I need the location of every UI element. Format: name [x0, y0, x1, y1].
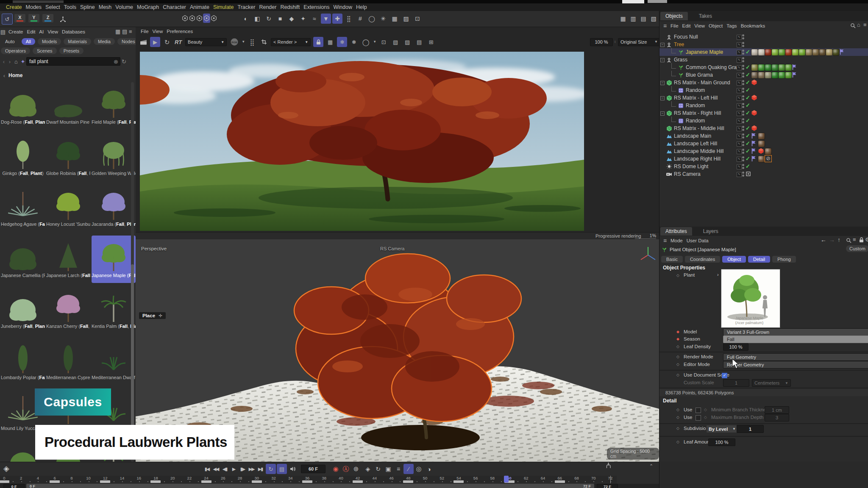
asset-dog-rose-fall-plant[interactable]: Dog-Rose (Fall, Plant): [1, 82, 45, 130]
menu-character[interactable]: Character: [163, 4, 186, 10]
attr-tab-phong[interactable]: Phong: [772, 256, 796, 263]
material-swatch[interactable]: [778, 64, 785, 71]
attr-tab-coordinates[interactable]: Coordinates: [685, 256, 720, 263]
loop-playback-toggle[interactable]: ↻: [266, 464, 276, 474]
stop-tag-icon[interactable]: ⊘: [765, 155, 772, 162]
leaf-amount-field[interactable]: 100 %: [708, 438, 735, 446]
rv-menu-file[interactable]: File: [141, 29, 149, 34]
material-swatch[interactable]: [792, 49, 799, 56]
tree-row-tree[interactable]: −Tree✎: [659, 41, 868, 48]
visibility-toggle[interactable]: ✎: [737, 35, 742, 40]
enabled-check-icon[interactable]: ✓: [746, 155, 750, 162]
keying-settings-button[interactable]: ⊛: [351, 464, 361, 474]
next-key-button[interactable]: ▶▶: [247, 464, 256, 474]
material-swatch[interactable]: [758, 155, 765, 163]
menu-select[interactable]: Select: [45, 4, 60, 10]
asset-honey-locust-sunbur[interactable]: Honey Locust 'Sunbur...: [46, 184, 90, 232]
key-position-toggle[interactable]: ◈: [363, 464, 373, 474]
om-menu-object[interactable]: Object: [709, 23, 723, 28]
tree-row-landscape-main[interactable]: Landscape Main✎✓: [659, 132, 868, 140]
visibility-toggle[interactable]: ✎: [737, 111, 742, 116]
key-pla-toggle[interactable]: ∕: [403, 464, 414, 474]
enabled-check-icon[interactable]: ✓: [746, 110, 750, 116]
material-swatch[interactable]: [812, 49, 819, 56]
attr-back-icon[interactable]: ←: [821, 237, 826, 243]
tree-row-random[interactable]: Random✎✓: [659, 102, 868, 109]
material-icon[interactable]: ◆: [287, 14, 297, 24]
undo-icon[interactable]: ↺: [2, 14, 13, 25]
asset-hedgehog-agave-fall[interactable]: Hedgehog Agave (Fall...: [1, 184, 45, 232]
asset-mediterranean-dwarf[interactable]: Mediterranean Dwarf ...: [92, 338, 136, 385]
use-document-scale-checkbox[interactable]: ✓: [722, 373, 727, 378]
magic-icon[interactable]: ✦: [298, 14, 308, 24]
asset-golden-weeping-willo[interactable]: Golden Weeping Willo...: [92, 133, 136, 181]
menu-spline[interactable]: Spline: [80, 4, 95, 10]
menu-volume[interactable]: Volume: [115, 4, 133, 10]
material-swatch[interactable]: [819, 49, 826, 56]
enabled-check-icon[interactable]: ✓: [746, 79, 750, 86]
editor-render-dots[interactable]: [742, 111, 744, 116]
rgb-channel-icon[interactable]: RGB: [229, 37, 239, 47]
material-swatch[interactable]: [805, 49, 812, 56]
material-swatch[interactable]: [832, 49, 840, 56]
sound-toggle[interactable]: [288, 464, 298, 474]
asset-dwarf-mountain-pine[interactable]: Dwarf Mountain Pine (...: [46, 82, 90, 130]
ruler-keyframe-marker[interactable]: [252, 480, 262, 483]
annotation-tag-icon[interactable]: [751, 155, 756, 163]
editor-render-dots[interactable]: [742, 156, 744, 162]
season-dropdown[interactable]: Fall: [723, 336, 868, 343]
material-swatch[interactable]: [798, 49, 806, 56]
play-button[interactable]: ▶: [229, 464, 238, 474]
editor-render-dots[interactable]: [742, 50, 744, 55]
rv-menu-view[interactable]: View: [153, 29, 163, 34]
material-swatch[interactable]: [771, 49, 779, 56]
attr-search-icon[interactable]: [846, 238, 851, 243]
play-render-icon[interactable]: ▶: [150, 37, 160, 47]
previous-key-button[interactable]: ◀◀: [211, 464, 220, 474]
editor-render-dots[interactable]: [742, 65, 744, 71]
expand-toggle-icon[interactable]: −: [660, 96, 665, 100]
menu-redshift[interactable]: Redshift: [280, 4, 300, 10]
editor-render-dots[interactable]: [742, 172, 744, 177]
history-image-icon[interactable]: ▤: [414, 37, 424, 47]
tree-row-random[interactable]: Random✎✓: [659, 86, 868, 94]
editor-render-dots[interactable]: [742, 42, 744, 48]
enabled-check-icon[interactable]: ✓: [746, 94, 750, 101]
asset-kentia-palm-fall-plant[interactable]: Kentia Palm (Fall, Plant): [92, 286, 136, 334]
model-dropdown[interactable]: Variant 3 Full-Grown: [723, 328, 868, 336]
content-browser-icon[interactable]: ▧: [648, 14, 659, 24]
enabled-check-icon[interactable]: ✓: [746, 125, 750, 131]
region-crop-icon[interactable]: [259, 37, 269, 47]
focus-object-icon[interactable]: ⊡: [378, 37, 389, 47]
asset-lombardy-poplar-fall[interactable]: Lombardy Poplar (Fall...: [1, 338, 45, 385]
om-menu-tags[interactable]: Tags: [726, 23, 737, 28]
tree-row-random[interactable]: Random✎✓: [659, 117, 868, 125]
array-icon[interactable]: ▦: [389, 14, 400, 24]
visibility-toggle[interactable]: ✎: [737, 58, 742, 63]
attr-burger-icon[interactable]: ≡: [661, 238, 669, 244]
axis-y-button[interactable]: Y: [28, 14, 39, 22]
timeline-ruler[interactable]: 0246810121416182022242628303234363840424…: [0, 476, 617, 483]
key-scale-toggle[interactable]: ▣: [383, 464, 393, 474]
timeline-minimize-icon[interactable]: ⌃: [649, 464, 653, 469]
material-swatch[interactable]: [771, 72, 779, 79]
asset-japanese-larch-fall-pl[interactable]: Japanese Larch (Fall, Pl...: [46, 236, 90, 283]
attr-tab-detail[interactable]: Detail: [748, 256, 770, 263]
enabled-check-icon[interactable]: ✓: [746, 64, 750, 70]
render-view-icon[interactable]: ◧: [252, 14, 262, 24]
redshift-material-icon[interactable]: [751, 94, 757, 102]
lock-icon[interactable]: [313, 37, 323, 47]
visibility-toggle[interactable]: ✎: [737, 141, 742, 147]
attr-gear-icon[interactable]: ⚙: [865, 237, 868, 242]
rt-label[interactable]: RT: [175, 39, 182, 45]
visibility-toggle[interactable]: ✎: [737, 164, 742, 169]
menu-window[interactable]: Window: [333, 4, 352, 10]
attr-menu-userdata[interactable]: User Data: [687, 238, 709, 243]
capsule-pin-icon[interactable]: [189, 14, 196, 23]
visibility-toggle[interactable]: ✎: [737, 126, 742, 131]
material-swatch[interactable]: [765, 72, 772, 79]
snapshot-icon[interactable]: ❄: [337, 37, 347, 47]
add-image-icon[interactable]: ⊞: [426, 37, 436, 47]
bookmark-icon[interactable]: ▼: [321, 14, 331, 24]
material-swatch[interactable]: [765, 64, 772, 71]
